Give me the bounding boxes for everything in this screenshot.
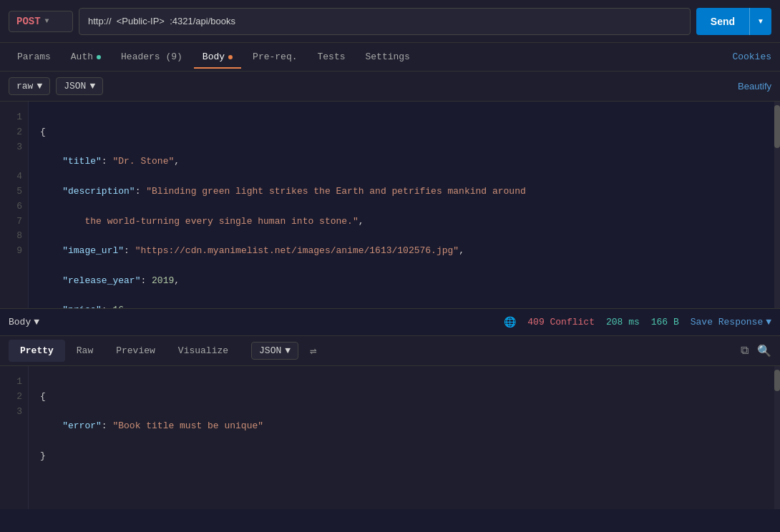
save-response-label: Save Response bbox=[691, 317, 763, 327]
ln4: 4 bbox=[6, 169, 22, 184]
tab-prereq[interactable]: Pre-req. bbox=[244, 46, 306, 68]
response-tabs: Pretty Raw Preview Visualize JSON ▼ ⇌ ⧉ … bbox=[0, 336, 780, 366]
req-line-3b: the world-turning every single human int… bbox=[40, 215, 769, 230]
request-tabs: Params Auth Headers (9) Body Pre-req. Te… bbox=[0, 43, 780, 72]
tab-auth[interactable]: Auth bbox=[62, 46, 109, 68]
ln9: 9 bbox=[6, 244, 22, 259]
resp-tab-pretty-label: Pretty bbox=[20, 345, 54, 356]
body-label: Body bbox=[9, 317, 31, 327]
req-line-6: "price": 16, bbox=[40, 303, 769, 309]
json-label: JSON bbox=[64, 81, 86, 92]
resp-tab-raw-label: Raw bbox=[77, 345, 93, 356]
tab-tests[interactable]: Tests bbox=[309, 46, 354, 68]
resp-ln1: 1 bbox=[6, 375, 22, 390]
raw-label: raw bbox=[16, 81, 33, 92]
resp-ln2: 2 bbox=[6, 390, 22, 405]
tab-headers[interactable]: Headers (9) bbox=[112, 46, 191, 68]
resp-tab-preview[interactable]: Preview bbox=[104, 340, 167, 362]
response-status-bar: Body ▼ 🌐 409 Conflict 208 ms 166 B Save … bbox=[0, 309, 780, 336]
send-button[interactable]: Send ▼ bbox=[696, 8, 771, 35]
tab-tests-label: Tests bbox=[318, 51, 346, 62]
tab-auth-label: Auth bbox=[71, 51, 93, 62]
status-time: 208 ms bbox=[606, 317, 640, 327]
raw-chevron-icon: ▼ bbox=[36, 81, 42, 92]
ln3: 3 bbox=[6, 140, 22, 155]
ln2: 2 bbox=[6, 125, 22, 140]
ln6: 6 bbox=[6, 200, 22, 215]
copy-icon[interactable]: ⧉ bbox=[741, 344, 749, 358]
req-line-4: "image_url": "https://cdn.myanimelist.ne… bbox=[40, 244, 769, 259]
request-scrollbar[interactable] bbox=[774, 102, 780, 308]
req-line-5: "release_year": 2019, bbox=[40, 274, 769, 289]
ln1: 1 bbox=[6, 110, 22, 125]
status-conflict: 409 Conflict bbox=[527, 317, 595, 327]
ln5: 5 bbox=[6, 184, 22, 200]
ln7: 7 bbox=[6, 215, 22, 230]
tab-params-label: Params bbox=[17, 51, 51, 62]
req-line-1: { bbox=[40, 125, 769, 140]
json-chevron-icon: ▼ bbox=[89, 81, 95, 92]
body-dot bbox=[228, 55, 233, 59]
request-code-content: 1 2 3 4 5 6 7 8 9 { "title": "Dr. Stone"… bbox=[0, 102, 780, 308]
send-label: Send bbox=[696, 16, 749, 27]
url-bar: POST ▼ Send ▼ bbox=[0, 0, 780, 43]
status-info: 🌐 409 Conflict 208 ms 166 B Save Respons… bbox=[504, 316, 771, 328]
request-scrollbar-thumb[interactable] bbox=[774, 105, 780, 148]
tab-params[interactable]: Params bbox=[9, 46, 59, 68]
tab-prereq-label: Pre-req. bbox=[253, 51, 297, 62]
method-chevron-icon: ▼ bbox=[45, 17, 49, 25]
body-dropdown[interactable]: Body ▼ bbox=[9, 317, 39, 327]
request-code[interactable]: { "title": "Dr. Stone", "description": "… bbox=[29, 102, 780, 308]
resp-line-2: "error": "Book title must be unique" bbox=[40, 419, 769, 434]
response-code: { "error": "Book title must be unique" } bbox=[29, 366, 780, 509]
status-size: 166 B bbox=[651, 317, 679, 327]
tab-settings-label: Settings bbox=[366, 51, 410, 62]
response-format-select[interactable]: JSON ▼ bbox=[251, 342, 298, 360]
ln3b bbox=[6, 154, 22, 169]
method-label: POST bbox=[16, 16, 41, 27]
cookies-link[interactable]: Cookies bbox=[732, 51, 771, 62]
body-toolbar: raw ▼ JSON ▼ Beautify bbox=[0, 72, 780, 102]
resp-tab-preview-label: Preview bbox=[116, 345, 155, 356]
url-input[interactable] bbox=[79, 8, 691, 35]
beautify-button[interactable]: Beautify bbox=[738, 81, 771, 92]
req-line-2: "title": "Dr. Stone", bbox=[40, 154, 769, 169]
send-chevron-icon[interactable]: ▼ bbox=[750, 17, 771, 25]
resp-tab-raw[interactable]: Raw bbox=[65, 340, 104, 362]
request-line-numbers: 1 2 3 4 5 6 7 8 9 bbox=[0, 102, 29, 308]
response-scrollbar-thumb[interactable] bbox=[774, 370, 780, 391]
raw-select[interactable]: raw ▼ bbox=[9, 77, 50, 95]
search-icon[interactable]: 🔍 bbox=[757, 344, 771, 358]
tab-body[interactable]: Body bbox=[194, 46, 241, 68]
save-response-button[interactable]: Save Response ▼ bbox=[691, 317, 771, 327]
tab-settings[interactable]: Settings bbox=[357, 46, 419, 68]
tab-body-label: Body bbox=[203, 51, 225, 62]
response-scrollbar[interactable] bbox=[774, 366, 780, 509]
ln8: 8 bbox=[6, 229, 22, 244]
json-select[interactable]: JSON ▼ bbox=[56, 77, 103, 95]
response-body: 1 2 3 { "error": "Book title must be uni… bbox=[0, 366, 780, 509]
response-line-numbers: 1 2 3 bbox=[0, 366, 29, 509]
request-body-editor: 1 2 3 4 5 6 7 8 9 { "title": "Dr. Stone"… bbox=[0, 102, 780, 309]
resp-line-3: } bbox=[40, 449, 769, 464]
save-response-chevron-icon: ▼ bbox=[766, 317, 771, 327]
response-format-group: JSON ▼ ⇌ bbox=[251, 342, 317, 360]
req-line-3: "description": "Blinding green light str… bbox=[40, 184, 769, 200]
body-chevron-icon: ▼ bbox=[34, 317, 39, 327]
method-select[interactable]: POST ▼ bbox=[9, 11, 73, 32]
response-code-content: 1 2 3 { "error": "Book title must be uni… bbox=[0, 366, 780, 509]
globe-icon: 🌐 bbox=[504, 316, 516, 328]
resp-tab-visualize[interactable]: Visualize bbox=[167, 340, 240, 362]
wrap-icon[interactable]: ⇌ bbox=[310, 344, 317, 358]
tab-headers-label: Headers (9) bbox=[121, 51, 182, 62]
auth-dot bbox=[97, 55, 101, 59]
resp-ln3: 3 bbox=[6, 405, 22, 420]
resp-tab-visualize-label: Visualize bbox=[178, 345, 228, 356]
response-format-label: JSON bbox=[259, 345, 281, 356]
response-format-chevron-icon: ▼ bbox=[285, 345, 291, 356]
resp-line-1: { bbox=[40, 390, 769, 405]
resp-tab-pretty[interactable]: Pretty bbox=[9, 340, 65, 362]
response-actions: ⧉ 🔍 bbox=[741, 344, 771, 358]
